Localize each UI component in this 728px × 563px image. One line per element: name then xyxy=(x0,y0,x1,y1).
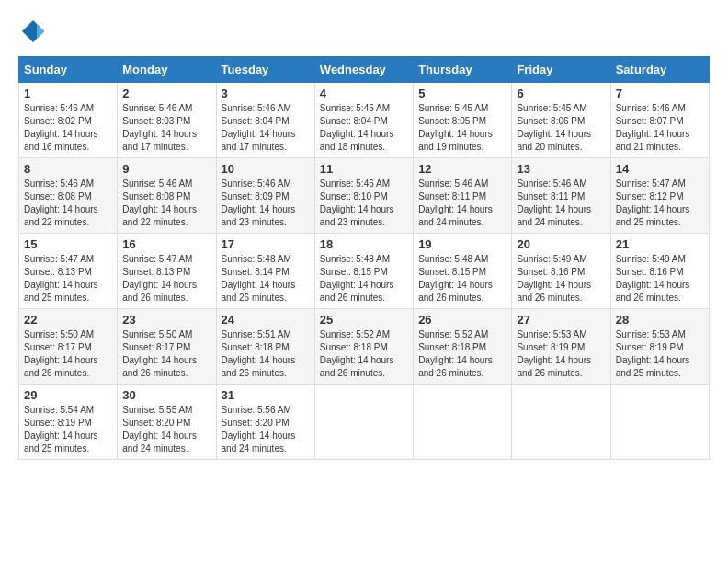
calendar-cell: 14 Sunrise: 5:47 AM Sunset: 8:12 PM Dayl… xyxy=(610,158,709,234)
day-number: 20 xyxy=(517,237,605,251)
day-info: Sunrise: 5:46 AM Sunset: 8:10 PM Dayligh… xyxy=(320,178,408,229)
day-number: 18 xyxy=(320,237,408,251)
day-number: 21 xyxy=(616,237,704,251)
logo-icon xyxy=(20,18,46,44)
page-header xyxy=(18,18,710,49)
calendar-table: SundayMondayTuesdayWednesdayThursdayFrid… xyxy=(18,56,710,460)
calendar-week-row: 15 Sunrise: 5:47 AM Sunset: 8:13 PM Dayl… xyxy=(19,234,710,309)
calendar-cell: 20 Sunrise: 5:49 AM Sunset: 8:16 PM Dayl… xyxy=(512,234,610,309)
day-info: Sunrise: 5:55 AM Sunset: 8:20 PM Dayligh… xyxy=(122,404,210,455)
day-info: Sunrise: 5:46 AM Sunset: 8:08 PM Dayligh… xyxy=(24,178,112,229)
weekday-header: Friday xyxy=(512,57,610,83)
weekday-header: Sunday xyxy=(19,57,118,83)
day-info: Sunrise: 5:47 AM Sunset: 8:13 PM Dayligh… xyxy=(24,253,112,304)
calendar-cell: 21 Sunrise: 5:49 AM Sunset: 8:16 PM Dayl… xyxy=(610,234,709,309)
day-number: 7 xyxy=(616,86,704,100)
calendar-cell: 2 Sunrise: 5:46 AM Sunset: 8:03 PM Dayli… xyxy=(118,83,216,158)
day-number: 16 xyxy=(122,237,210,251)
day-number: 14 xyxy=(616,162,704,176)
day-info: Sunrise: 5:45 AM Sunset: 8:05 PM Dayligh… xyxy=(418,102,506,154)
calendar-cell: 25 Sunrise: 5:52 AM Sunset: 8:18 PM Dayl… xyxy=(314,309,413,385)
day-number: 29 xyxy=(24,388,112,402)
calendar-cell xyxy=(314,385,413,460)
day-number: 26 xyxy=(418,313,506,327)
day-info: Sunrise: 5:48 AM Sunset: 8:15 PM Dayligh… xyxy=(320,253,408,304)
calendar-cell: 18 Sunrise: 5:48 AM Sunset: 8:15 PM Dayl… xyxy=(314,234,413,309)
calendar-cell: 29 Sunrise: 5:54 AM Sunset: 8:19 PM Dayl… xyxy=(19,385,118,460)
day-info: Sunrise: 5:52 AM Sunset: 8:18 PM Dayligh… xyxy=(418,328,506,380)
calendar-cell: 10 Sunrise: 5:46 AM Sunset: 8:09 PM Dayl… xyxy=(216,158,314,234)
calendar-week-row: 22 Sunrise: 5:50 AM Sunset: 8:17 PM Dayl… xyxy=(19,309,710,385)
calendar-header-row: SundayMondayTuesdayWednesdayThursdayFrid… xyxy=(19,57,710,83)
calendar-cell: 26 Sunrise: 5:52 AM Sunset: 8:18 PM Dayl… xyxy=(414,309,512,385)
day-info: Sunrise: 5:50 AM Sunset: 8:17 PM Dayligh… xyxy=(122,328,210,380)
calendar-cell: 31 Sunrise: 5:56 AM Sunset: 8:20 PM Dayl… xyxy=(216,385,314,460)
day-number: 28 xyxy=(616,313,704,327)
day-number: 4 xyxy=(320,86,408,100)
day-info: Sunrise: 5:48 AM Sunset: 8:14 PM Dayligh… xyxy=(222,253,310,304)
day-info: Sunrise: 5:46 AM Sunset: 8:07 PM Dayligh… xyxy=(616,102,704,154)
weekday-header: Monday xyxy=(118,57,216,83)
day-number: 5 xyxy=(418,86,506,100)
day-number: 11 xyxy=(320,162,408,176)
calendar-cell: 17 Sunrise: 5:48 AM Sunset: 8:14 PM Dayl… xyxy=(216,234,314,309)
day-info: Sunrise: 5:56 AM Sunset: 8:20 PM Dayligh… xyxy=(222,404,310,455)
calendar-cell: 4 Sunrise: 5:45 AM Sunset: 8:04 PM Dayli… xyxy=(314,83,413,158)
calendar-cell: 23 Sunrise: 5:50 AM Sunset: 8:17 PM Dayl… xyxy=(118,309,216,385)
day-info: Sunrise: 5:46 AM Sunset: 8:08 PM Dayligh… xyxy=(122,178,210,229)
calendar-cell: 11 Sunrise: 5:46 AM Sunset: 8:10 PM Dayl… xyxy=(314,158,413,234)
day-number: 24 xyxy=(222,313,310,327)
day-number: 9 xyxy=(122,162,210,176)
day-number: 8 xyxy=(24,162,112,176)
calendar-cell xyxy=(610,385,709,460)
day-info: Sunrise: 5:49 AM Sunset: 8:16 PM Dayligh… xyxy=(616,253,704,304)
day-number: 10 xyxy=(222,162,310,176)
day-info: Sunrise: 5:46 AM Sunset: 8:02 PM Dayligh… xyxy=(24,102,112,154)
calendar-cell xyxy=(512,385,610,460)
calendar-cell xyxy=(414,385,512,460)
day-info: Sunrise: 5:46 AM Sunset: 8:09 PM Dayligh… xyxy=(222,178,310,229)
day-number: 17 xyxy=(222,237,310,251)
calendar-cell: 9 Sunrise: 5:46 AM Sunset: 8:08 PM Dayli… xyxy=(118,158,216,234)
day-number: 1 xyxy=(24,86,112,100)
calendar-cell: 15 Sunrise: 5:47 AM Sunset: 8:13 PM Dayl… xyxy=(19,234,118,309)
day-info: Sunrise: 5:46 AM Sunset: 8:11 PM Dayligh… xyxy=(517,178,605,229)
svg-marker-1 xyxy=(37,24,44,39)
day-info: Sunrise: 5:46 AM Sunset: 8:04 PM Dayligh… xyxy=(222,102,310,154)
calendar-week-row: 8 Sunrise: 5:46 AM Sunset: 8:08 PM Dayli… xyxy=(19,158,710,234)
weekday-header: Thursday xyxy=(414,57,512,83)
day-number: 6 xyxy=(517,86,605,100)
day-number: 22 xyxy=(24,313,112,327)
day-number: 2 xyxy=(122,86,210,100)
day-info: Sunrise: 5:46 AM Sunset: 8:03 PM Dayligh… xyxy=(122,102,210,154)
calendar-cell: 13 Sunrise: 5:46 AM Sunset: 8:11 PM Dayl… xyxy=(512,158,610,234)
calendar-cell: 5 Sunrise: 5:45 AM Sunset: 8:05 PM Dayli… xyxy=(414,83,512,158)
day-number: 25 xyxy=(320,313,408,327)
calendar-cell: 7 Sunrise: 5:46 AM Sunset: 8:07 PM Dayli… xyxy=(610,83,709,158)
day-info: Sunrise: 5:53 AM Sunset: 8:19 PM Dayligh… xyxy=(616,328,704,380)
day-info: Sunrise: 5:53 AM Sunset: 8:19 PM Dayligh… xyxy=(517,328,605,380)
calendar-cell: 16 Sunrise: 5:47 AM Sunset: 8:13 PM Dayl… xyxy=(118,234,216,309)
calendar-cell: 12 Sunrise: 5:46 AM Sunset: 8:11 PM Dayl… xyxy=(414,158,512,234)
calendar-week-row: 29 Sunrise: 5:54 AM Sunset: 8:19 PM Dayl… xyxy=(19,385,710,460)
calendar-week-row: 1 Sunrise: 5:46 AM Sunset: 8:02 PM Dayli… xyxy=(19,83,710,158)
day-info: Sunrise: 5:52 AM Sunset: 8:18 PM Dayligh… xyxy=(320,328,408,380)
calendar-cell: 1 Sunrise: 5:46 AM Sunset: 8:02 PM Dayli… xyxy=(19,83,118,158)
day-info: Sunrise: 5:46 AM Sunset: 8:11 PM Dayligh… xyxy=(418,178,506,229)
weekday-header: Tuesday xyxy=(216,57,314,83)
calendar-cell: 3 Sunrise: 5:46 AM Sunset: 8:04 PM Dayli… xyxy=(216,83,314,158)
day-number: 23 xyxy=(122,313,210,327)
calendar-cell: 22 Sunrise: 5:50 AM Sunset: 8:17 PM Dayl… xyxy=(19,309,118,385)
day-number: 27 xyxy=(517,313,605,327)
logo xyxy=(18,18,46,49)
calendar-cell: 27 Sunrise: 5:53 AM Sunset: 8:19 PM Dayl… xyxy=(512,309,610,385)
day-number: 13 xyxy=(517,162,605,176)
calendar-cell: 30 Sunrise: 5:55 AM Sunset: 8:20 PM Dayl… xyxy=(118,385,216,460)
day-info: Sunrise: 5:49 AM Sunset: 8:16 PM Dayligh… xyxy=(517,253,605,304)
day-info: Sunrise: 5:48 AM Sunset: 8:15 PM Dayligh… xyxy=(418,253,506,304)
calendar-cell: 8 Sunrise: 5:46 AM Sunset: 8:08 PM Dayli… xyxy=(19,158,118,234)
day-number: 30 xyxy=(122,388,210,402)
day-info: Sunrise: 5:50 AM Sunset: 8:17 PM Dayligh… xyxy=(24,328,112,380)
day-info: Sunrise: 5:45 AM Sunset: 8:04 PM Dayligh… xyxy=(320,102,408,154)
day-info: Sunrise: 5:47 AM Sunset: 8:12 PM Dayligh… xyxy=(616,178,704,229)
